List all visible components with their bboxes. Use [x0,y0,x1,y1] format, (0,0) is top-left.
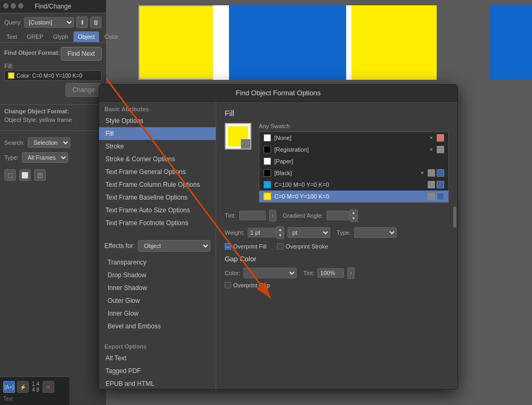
tint-input[interactable] [239,211,266,220]
sidebar-item-bevel-emboss[interactable]: Bevel and Emboss [99,320,216,333]
canvas-area [107,0,532,85]
swatch-paper-label: [Paper] [274,158,293,164]
weight-input[interactable] [248,228,276,237]
overprint-gap-checkbox[interactable] [225,282,231,288]
swatch-item-cyan[interactable]: C=100 M=0 Y=0 K=0 [259,179,448,191]
gradient-angle-input[interactable] [326,211,350,220]
swatch-item-paper[interactable]: [Paper] [259,155,448,167]
bottom-icons-row: ⬚ ⬜ ◫ [0,166,106,184]
search-dropdown[interactable]: Selection [28,137,70,148]
overprint-stroke-check: Overprint Stroke [277,243,328,250]
gap-color-dropdown[interactable] [243,268,297,278]
swatch-item-none[interactable]: [None] ✕ [259,132,448,144]
sidebar-item-drop-shadow[interactable]: Drop Shadow [99,269,216,282]
sidebar-item-stroke-corner[interactable]: Stroke & Corner Options [99,153,216,166]
swatch-yellow-icons [428,193,444,200]
sidebar-item-inner-shadow[interactable]: Inner Shadow [99,282,216,294]
gap-tint-chevron[interactable]: › [347,267,355,279]
sidebar-item-stroke[interactable]: Stroke [99,140,216,153]
find-object-format-label: Find Object Format: [4,49,60,56]
overprint-gap-row: Overprint Gap [225,282,449,288]
type-label: Type: [4,154,19,161]
gap-color-row: Color: Tint: › [225,267,449,279]
canvas-stripe-white-1 [213,5,229,80]
weight-up[interactable]: ▲ [276,227,284,233]
gradient-angle-label: Gradient Angle: [283,212,323,219]
gap-color-title: Gap Color [225,255,449,263]
effects-items: Transparency Drop Shadow Inner Shadow Ou… [99,256,216,333]
sidebar-item-text-frame-general[interactable]: Text Frame General Options [99,166,216,178]
canvas-shape-blue-mid [229,5,346,80]
tab-text[interactable]: Text [2,31,21,42]
swatch-reg-color [264,146,271,153]
tool-lightning[interactable]: ⚡ [17,381,29,393]
swatch-black-label: [Black] [274,170,292,176]
swatches-scrollbar[interactable] [453,206,456,228]
icon-btn-2[interactable]: ⬜ [19,169,31,181]
tint-gradient-row: Tint: › Gradient Angle: ▲ ▼ [225,209,449,222]
query-select[interactable]: [Custom] [24,17,74,28]
change-button[interactable]: Change [66,83,102,97]
overprint-fill-check[interactable]: — Overprint Fill [225,243,266,250]
panel-titlebar: Find/Change [0,0,106,13]
panel-tool-strip: [A+] ⚡ 1 44 8 ✕ Text [0,376,69,405]
type-dropdown[interactable]: All Frames [22,152,68,163]
icon-btn-3[interactable]: ◫ [34,169,46,181]
traffic-light-close[interactable] [3,3,9,9]
gap-tint-group: Tint: › [303,267,355,279]
sidebar-item-alt-text[interactable]: Alt Text [99,352,216,365]
sidebar-item-text-frame-footnote[interactable]: Text Frame Footnote Options [99,217,216,229]
gap-tint-input[interactable] [317,268,344,278]
sidebar-item-epub-html[interactable]: EPUB and HTML [99,377,216,389]
overprint-stroke-checkbox[interactable] [277,243,283,250]
swatch-item-registration[interactable]: [Registration] ✕ [259,144,448,155]
tab-object[interactable]: Object [73,31,99,42]
gradient-angle-spinbtns: ▲ ▼ [350,209,358,222]
sidebar-item-transparency[interactable]: Transparency [99,256,216,269]
gradient-angle-up[interactable]: ▲ [350,210,357,216]
delete-query-icon[interactable]: 🗑 [90,16,102,28]
sidebar-item-style-options[interactable]: Style Options [99,114,216,127]
tab-grep[interactable]: GREP [22,31,47,42]
traffic-light-min[interactable] [11,3,16,9]
sidebar-item-text-frame-autosize[interactable]: Text Frame Auto Size Options [99,204,216,217]
effects-for-label: Effects for: [104,242,135,250]
effects-for-dropdown[interactable]: Object [138,240,210,252]
sidebar-item-text-frame-column[interactable]: Text Frame Column Rule Options [99,178,216,191]
tool-aplus[interactable]: [A+] [3,381,15,393]
gap-color-section: Gap Color Color: Tint: › [225,255,449,288]
type-ctrl-dropdown[interactable] [354,227,397,238]
swatches-scroll-list[interactable]: [None] ✕ [Registration] ✕ [259,131,449,203]
sidebar-item-text-frame-baseline[interactable]: Text Frame Baseline Options [99,191,216,204]
weight-unit-dropdown[interactable]: pt [288,227,330,238]
traffic-light-max[interactable] [18,3,23,9]
search-label: Search: [4,139,24,146]
swatch-none-color [264,134,271,142]
fill-section-title: Fill [225,109,449,118]
fill-color-value: Color: C=0 M=0 Y=100 K=0 [4,70,102,81]
sidebar-item-fill[interactable]: Fill [99,127,216,140]
overprint-gap-check: Overprint Gap [225,282,270,288]
swatch-cyan-label: C=100 M=0 Y=0 K=0 [274,181,329,188]
save-query-icon[interactable]: ⬆ [76,16,88,28]
tab-glyph[interactable]: Glyph [48,31,72,42]
swatch-item-black[interactable]: [Black] ✕ [259,167,448,179]
change-object-format-label: Change Object Format: [4,108,102,114]
weight-down[interactable]: ▼ [276,233,284,238]
swatch-icon-grid3 [428,181,435,188]
tint-chevron[interactable]: › [269,210,276,221]
sidebar-item-outer-glow[interactable]: Outer Glow [99,294,216,307]
find-next-button[interactable]: Find Next [61,47,102,61]
find-change-panel: Find/Change Query: [Custom] ⬆ 🗑 Text GRE… [0,0,107,405]
icon-btn-1[interactable]: ⬚ [4,169,16,181]
sidebar-item-inner-glow[interactable]: Inner Glow [99,307,216,320]
swatch-item-yellow[interactable]: C=0 M=0 Y=100 K=0 [259,191,448,202]
weight-type-row: Weight: ▲ ▼ pt Type: [225,226,449,239]
gradient-angle-down[interactable]: ▼ [350,216,357,221]
tab-color[interactable]: Color [100,31,122,42]
sidebar-item-tagged-pdf[interactable]: Tagged PDF [99,365,216,377]
tool-close[interactable]: ✕ [43,381,54,393]
object-style-label: Object Style: yellow frame [4,117,102,123]
overprint-fill-checkbox[interactable]: — [225,243,231,250]
fill-color-swatch [8,72,14,79]
